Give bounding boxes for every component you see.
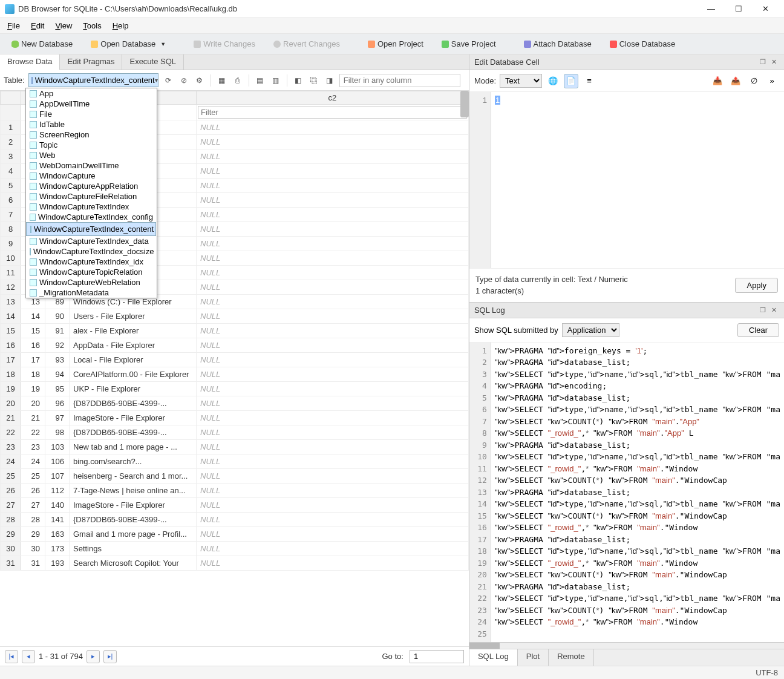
menu-file[interactable]: File	[2, 20, 25, 31]
mode-select[interactable]: Text	[500, 74, 542, 88]
nav-next-button[interactable]: ▸	[87, 650, 100, 663]
table-row[interactable]: 3030173SettingsNULL	[1, 542, 469, 556]
table-option-WindowCaptureTextIndex_data[interactable]: WindowCaptureTextIndex_data	[26, 236, 157, 246]
cell-char-count: 1 character(s)	[475, 285, 628, 297]
table-option-_MigrationMetadata[interactable]: _MigrationMetadata	[26, 287, 157, 298]
minimize-button[interactable]: —	[697, 0, 725, 18]
sql-log-source-select[interactable]: Application	[562, 323, 619, 337]
table-option-WindowCaptureTextIndex_content[interactable]: WindowCaptureTextIndex_content	[26, 222, 156, 236]
clear-filter-button[interactable]: ⊘	[178, 74, 190, 87]
mode-indent-button[interactable]: ≡	[582, 74, 596, 88]
write-changes-button[interactable]: Write Changes	[187, 37, 262, 51]
table-option-App[interactable]: App	[26, 88, 157, 99]
sql-log-editor[interactable]: 1 2 3 4 5 6 7 8 9 10 11 12 13 14 15 16 1…	[469, 343, 784, 643]
menu-help[interactable]: Help	[108, 20, 134, 31]
delete-record-button[interactable]: ▥	[270, 74, 282, 87]
nav-prev-button[interactable]: ◂	[22, 650, 35, 663]
mode-globe-button[interactable]: 🌐	[546, 74, 560, 88]
table-row[interactable]: 212197ImageStore - File ExplorerNULL	[1, 411, 469, 425]
attach-database-button[interactable]: Attach Database	[517, 37, 598, 51]
open-database-button[interactable]: Open Database▼	[84, 37, 172, 51]
table-row[interactable]: 2929163Gmail and 1 more page - Profil...…	[1, 527, 469, 542]
table-option-WindowCaptureTextIndex_config[interactable]: WindowCaptureTextIndex_config	[26, 212, 157, 222]
apply-button[interactable]: Apply	[735, 278, 778, 293]
nav-first-button[interactable]: |◂	[5, 650, 18, 663]
table-row[interactable]: 202096{D87DDB65-90BE-4399-...NULL	[1, 396, 469, 411]
copy-button[interactable]: ⿻	[308, 74, 320, 87]
table-row[interactable]: 171793Local - File ExplorerNULL	[1, 353, 469, 367]
edit-cell-close-button[interactable]: ✕	[768, 57, 779, 68]
tab-edit-pragmas[interactable]: Edit Pragmas	[60, 54, 122, 70]
table-row[interactable]: 26261127-Tage-News | heise online an...N…	[1, 484, 469, 498]
edit-cell-undock-button[interactable]: ❐	[757, 57, 768, 68]
table-row[interactable]: 2323103New tab and 1 more page - ...NULL	[1, 440, 469, 454]
table-option-WindowCaptureTopicRelation[interactable]: WindowCaptureTopicRelation	[26, 267, 157, 277]
table-toolbar: Table: WindowCaptureTextIndex_content ▾ …	[0, 70, 469, 91]
table-row[interactable]: 2727140ImageStore - File ExplorerNULL	[1, 498, 469, 513]
menu-edit[interactable]: Edit	[26, 20, 49, 31]
goto-button[interactable]: ◧	[292, 74, 304, 87]
sql-log-undock-button[interactable]: ❐	[757, 304, 768, 315]
revert-changes-button[interactable]: Revert Changes	[267, 37, 347, 51]
mode-import-button[interactable]: 📥	[710, 74, 725, 88]
nav-page-input[interactable]	[410, 650, 464, 663]
table-option-WindowCaptureTextIndex_idx[interactable]: WindowCaptureTextIndex_idx	[26, 257, 157, 267]
table-option-Web[interactable]: Web	[26, 150, 157, 160]
table-selector[interactable]: WindowCaptureTextIndex_content ▾	[28, 73, 158, 87]
refresh-button[interactable]: ⟳	[162, 74, 174, 87]
export-button[interactable]: ◨	[324, 74, 336, 87]
bottom-tab-plot[interactable]: Plot	[518, 649, 549, 666]
table-row[interactable]: 141490Users - File ExplorerNULL	[1, 309, 469, 324]
mode-text-button[interactable]: 📄	[564, 74, 578, 88]
close-database-button[interactable]: Close Database	[603, 37, 682, 51]
table-option-File[interactable]: File	[26, 109, 157, 119]
table-row[interactable]: 222298{D87DDB65-90BE-4399-...NULL	[1, 425, 469, 440]
table-row[interactable]: 151591alex - File ExplorerNULL	[1, 324, 469, 338]
filter-any-column-input[interactable]	[339, 74, 460, 87]
menu-tools[interactable]: Tools	[78, 20, 106, 31]
save-filter-button[interactable]: ⚙	[194, 74, 206, 87]
table-option-WindowCaptureTextIndex[interactable]: WindowCaptureTextIndex	[26, 202, 157, 212]
table-row[interactable]: 191995UKP - File ExplorerNULL	[1, 382, 469, 396]
tab-browse-data[interactable]: Browse Data	[0, 54, 60, 70]
table-option-WindowCaptureWebRelation[interactable]: WindowCaptureWebRelation	[26, 277, 157, 287]
mode-export-button[interactable]: 📤	[728, 74, 743, 88]
sql-log-hscroll[interactable]	[469, 643, 784, 649]
table-option-WindowCaptureAppRelation[interactable]: WindowCaptureAppRelation	[26, 181, 157, 191]
table-row[interactable]: 181894CoreAIPlatform.00 - File ExplorerN…	[1, 367, 469, 382]
sql-log-clear-button[interactable]: Clear	[737, 323, 779, 337]
table-option-IdTable[interactable]: IdTable	[26, 119, 157, 130]
bottom-tab-sql-log[interactable]: SQL Log	[469, 649, 518, 666]
bottom-tab-remote[interactable]: Remote	[549, 649, 594, 666]
maximize-button[interactable]: ☐	[725, 0, 752, 18]
mode-null-button[interactable]: ∅	[746, 74, 761, 88]
menu-view[interactable]: View	[50, 20, 77, 31]
print-button[interactable]: ⎙	[232, 74, 244, 87]
new-record-button[interactable]: ▤	[254, 74, 266, 87]
table-option-WindowCaptureFileRelation[interactable]: WindowCaptureFileRelation	[26, 191, 157, 202]
filter-c2-input[interactable]	[198, 106, 467, 119]
table-row[interactable]: 2828141{D87DDB65-90BE-4399-...NULL	[1, 513, 469, 527]
table-row[interactable]: 2424106bing.com/search?...NULL	[1, 454, 469, 469]
mode-more-button[interactable]: »	[765, 74, 779, 88]
table-option-AppDwellTime[interactable]: AppDwellTime	[26, 99, 157, 109]
save-project-button[interactable]: Save Project	[435, 37, 503, 51]
table-option-ScreenRegion[interactable]: ScreenRegion	[26, 130, 157, 140]
sql-log-close-button[interactable]: ✕	[768, 304, 779, 315]
insert-record-button[interactable]: ▦	[216, 74, 228, 87]
close-button[interactable]: ✕	[752, 0, 779, 18]
tab-execute-sql[interactable]: Execute SQL	[122, 54, 184, 70]
edit-cell-header: Edit Database Cell ❐ ✕	[469, 54, 784, 70]
table-row[interactable]: 161692AppData - File ExplorerNULL	[1, 338, 469, 353]
nav-last-button[interactable]: ▸|	[103, 650, 117, 663]
cell-editor[interactable]: 1 1	[469, 92, 784, 268]
open-project-button[interactable]: Open Project	[361, 37, 430, 51]
table-option-Topic[interactable]: Topic	[26, 140, 157, 150]
new-database-button[interactable]: New Database	[5, 37, 79, 51]
table-option-WindowCaptureTextIndex_docsize[interactable]: WindowCaptureTextIndex_docsize	[26, 246, 157, 257]
table-option-WebDomainDwellTime[interactable]: WebDomainDwellTime	[26, 160, 157, 171]
grid-vscroll-thumb[interactable]	[460, 91, 469, 117]
table-row[interactable]: 3131193Search Microsoft Copilot: YourNUL…	[1, 556, 469, 571]
table-row[interactable]: 2525107heisenberg - Search and 1 mor...N…	[1, 469, 469, 484]
table-option-WindowCapture[interactable]: WindowCapture	[26, 171, 157, 181]
